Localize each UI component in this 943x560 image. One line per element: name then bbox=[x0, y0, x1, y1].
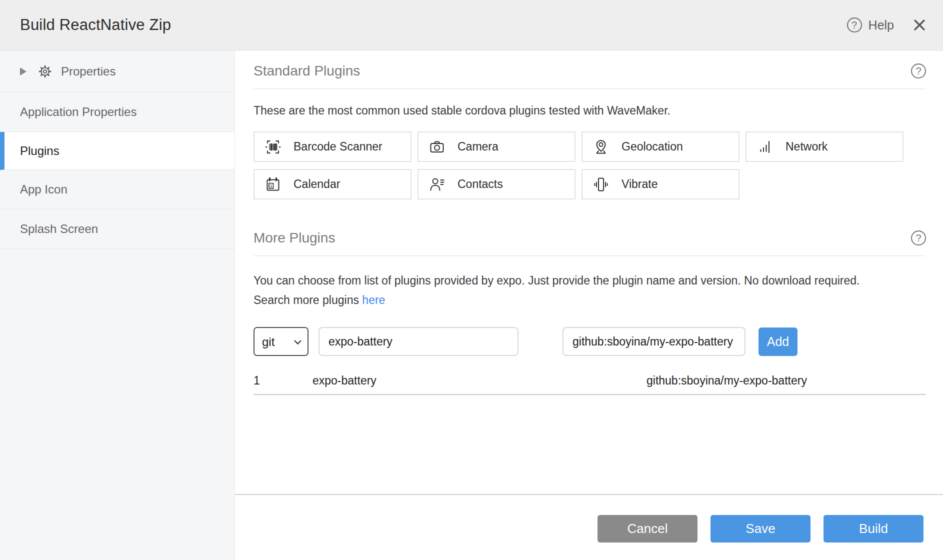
plugin-url-input[interactable] bbox=[562, 327, 746, 356]
help-icon-glyph: ? bbox=[852, 20, 857, 31]
svg-text:1: 1 bbox=[270, 183, 272, 188]
help-icon: ? bbox=[847, 18, 862, 32]
plugin-card-label: Camera bbox=[458, 140, 498, 154]
sidebar-item-label: Properties bbox=[61, 64, 116, 78]
plugin-source-select[interactable]: git bbox=[254, 327, 308, 356]
camera-icon bbox=[428, 138, 446, 156]
more-plugins-title: More Plugins bbox=[254, 230, 335, 246]
plugin-row-name: expo-battery bbox=[312, 374, 646, 388]
expand-arrow-icon bbox=[20, 68, 26, 76]
close-icon[interactable] bbox=[912, 18, 927, 32]
save-button[interactable]: Save bbox=[710, 515, 810, 542]
build-button[interactable]: Build bbox=[824, 515, 924, 542]
search-more-plugins-text: Search more plugins bbox=[254, 294, 359, 306]
dialog-footer: Cancel Save Build bbox=[254, 494, 926, 560]
plugin-card-label: Barcode Scanner bbox=[294, 140, 382, 154]
plugin-source-select-wrap: git bbox=[254, 327, 308, 356]
plugin-card-label: Contacts bbox=[458, 178, 503, 191]
plugin-card-label: Vibrate bbox=[622, 178, 658, 191]
sidebar-item-application-properties[interactable]: Application Properties bbox=[0, 92, 234, 132]
page-title: Build ReactNative Zip bbox=[20, 16, 171, 34]
plugin-card-calendar[interactable]: 1 Calendar bbox=[254, 169, 412, 200]
search-plugins-link[interactable]: here bbox=[362, 294, 385, 306]
plugin-card-label: Calendar bbox=[294, 178, 340, 191]
sidebar-item-label: Plugins bbox=[20, 144, 60, 158]
calendar-icon: 1 bbox=[264, 175, 282, 194]
standard-plugins-header: Standard Plugins ? bbox=[254, 50, 926, 89]
plugin-card-barcode-scanner[interactable]: Barcode Scanner bbox=[254, 132, 412, 162]
plugin-name-input[interactable] bbox=[318, 327, 518, 356]
plugin-card-camera[interactable]: Camera bbox=[418, 132, 576, 162]
sidebar-item-label: Splash Screen bbox=[20, 222, 98, 236]
network-icon bbox=[756, 138, 774, 156]
help-icon-glyph: ? bbox=[916, 232, 921, 244]
sidebar-item-label: App Icon bbox=[20, 182, 68, 196]
barcode-icon bbox=[264, 138, 282, 156]
plugin-row-index: 1 bbox=[254, 374, 312, 388]
main-content: Standard Plugins ? These are the most co… bbox=[235, 50, 943, 560]
more-plugins-header: More Plugins ? bbox=[254, 218, 926, 256]
build-reactnative-zip-dialog: Build ReactNative Zip ? Help bbox=[0, 0, 943, 560]
vibrate-icon bbox=[592, 175, 610, 194]
help-label: Help bbox=[868, 18, 894, 32]
contacts-icon bbox=[428, 175, 446, 194]
sidebar-item-app-icon[interactable]: App Icon bbox=[0, 170, 234, 210]
plugin-card-vibrate[interactable]: Vibrate bbox=[582, 169, 740, 200]
more-plugins-help-icon[interactable]: ? bbox=[911, 230, 926, 246]
sidebar-item-splash-screen[interactable]: Splash Screen bbox=[0, 210, 234, 249]
plugin-row-url: github:sboyina/my-expo-battery bbox=[646, 374, 807, 388]
plugin-card-label: Network bbox=[786, 140, 828, 154]
sidebar-item-properties[interactable]: Properties bbox=[0, 50, 234, 92]
plugin-card-label: Geolocation bbox=[622, 140, 683, 154]
geolocation-icon bbox=[592, 138, 610, 156]
help-button[interactable]: ? Help bbox=[847, 18, 894, 32]
plugin-card-geolocation[interactable]: Geolocation bbox=[582, 132, 740, 162]
dialog-header: Build ReactNative Zip ? Help bbox=[0, 0, 943, 50]
standard-plugins-help-icon[interactable]: ? bbox=[911, 64, 926, 78]
sidebar-item-label: Application Properties bbox=[20, 105, 136, 119]
plugin-card-contacts[interactable]: Contacts bbox=[418, 169, 576, 200]
add-button[interactable]: Add bbox=[758, 328, 798, 356]
more-plugins-description: You can choose from list of plugins prov… bbox=[254, 271, 926, 310]
gear-icon bbox=[38, 64, 52, 79]
help-icon-glyph: ? bbox=[916, 66, 921, 77]
more-plugins-description-text: You can choose from list of plugins prov… bbox=[254, 274, 860, 287]
add-plugin-form: git Add bbox=[254, 327, 926, 356]
standard-plugins-description: These are the most common used stable co… bbox=[254, 104, 926, 118]
cancel-button[interactable]: Cancel bbox=[598, 515, 698, 542]
added-plugin-row[interactable]: 1 expo-battery github:sboyina/my-expo-ba… bbox=[254, 367, 926, 395]
sidebar-item-plugins[interactable]: Plugins bbox=[0, 132, 234, 170]
standard-plugins-title: Standard Plugins bbox=[254, 63, 360, 79]
standard-plugins-grid: Barcode Scanner Camera bbox=[254, 132, 910, 200]
plugin-card-network[interactable]: Network bbox=[746, 132, 904, 162]
sidebar: Properties Application Properties Plugin… bbox=[0, 50, 235, 560]
